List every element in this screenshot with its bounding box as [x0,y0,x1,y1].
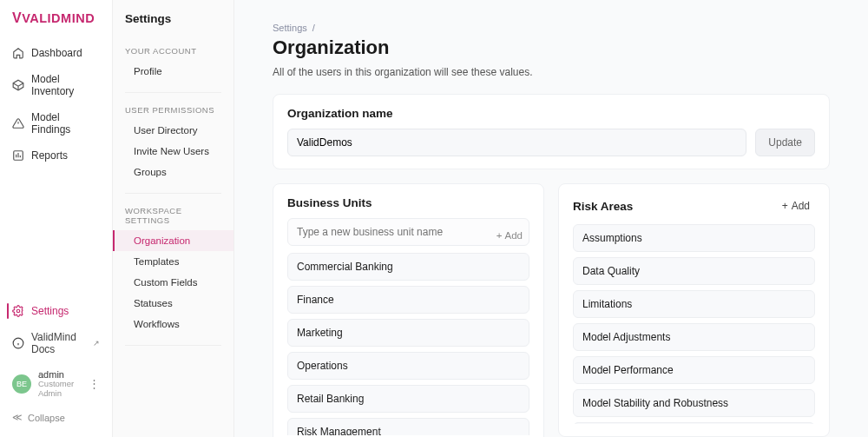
nav-settings-label: Settings [31,305,69,317]
list-item[interactable]: Model Performance [573,356,815,384]
plus-icon: + [496,230,503,241]
chart-icon [12,149,24,162]
settings-nav-item[interactable]: User Directory [113,120,233,141]
org-name-card: Organization name Update [273,94,830,169]
nav-dashboard[interactable]: Dashboard [0,40,112,66]
business-units-card: Business Units + Add Commercial BankingF… [273,183,544,437]
settings-panel-title: Settings [113,12,233,34]
avatar: BE [12,374,31,394]
collapse-sidebar[interactable]: ≪ Collapse [0,405,112,430]
risk-areas-title: Risk Areas [573,200,633,213]
brand-logo: VVALIDMIND [12,10,100,26]
nav-reports-label: Reports [31,149,68,162]
list-item[interactable]: Finance [287,286,529,314]
settings-section-title: YOUR ACCOUNT [113,34,233,61]
collapse-label: Collapse [28,413,65,423]
home-icon [12,47,24,59]
settings-nav-item[interactable]: Organization [113,230,233,251]
list-item[interactable]: Model Adjustments [573,323,815,351]
settings-section-title: USER PERMISSIONS [113,93,233,120]
info-icon [12,337,24,349]
risk-areas-card: Risk Areas + Add AssumptionsData Quality… [558,183,830,437]
more-icon[interactable]: ⋮ [89,377,100,390]
gear-icon [12,305,24,317]
business-units-list: Commercial BankingFinanceMarketingOperat… [287,253,529,435]
chevron-left-icon: ≪ [12,412,23,423]
main-content: Settings / Organization All of the users… [234,0,868,437]
settings-nav-item[interactable]: Invite New Users [113,141,233,162]
plus-icon: + [782,200,788,212]
nav-model-findings-label: Model Findings [31,111,100,136]
primary-sidebar: VVALIDMIND Dashboard Model Inventory Mod… [0,0,113,437]
svg-point-7 [16,309,20,313]
nav-model-findings[interactable]: Model Findings [0,104,112,142]
list-item[interactable]: Marketing [287,319,529,347]
nav-docs-label: ValidMind Docs [31,331,86,355]
list-item[interactable]: Operations [287,352,529,380]
list-item[interactable]: Model Stability and Robustness [573,389,815,417]
business-unit-input[interactable] [287,218,529,246]
list-item[interactable]: Model Transparency and Explainability [573,422,815,424]
logo: VVALIDMIND [0,10,112,36]
settings-section-title: WORKSPACE SETTINGS [113,194,233,230]
update-button[interactable]: Update [755,129,815,156]
alert-icon [12,117,24,129]
org-name-card-title: Organization name [287,107,815,120]
list-item[interactable]: Limitations [573,290,815,318]
risk-areas-list: AssumptionsData QualityLimitationsModel … [573,224,815,424]
page-title: Organization [273,36,830,59]
settings-nav-item[interactable]: Workflows [113,314,233,334]
breadcrumb-root[interactable]: Settings [273,23,307,33]
business-units-title: Business Units [287,196,529,209]
list-item[interactable]: Retail Banking [287,385,529,413]
nav-settings[interactable]: Settings [0,298,112,324]
org-name-input[interactable] [287,129,746,156]
page-description: All of the users in this organization wi… [273,66,830,78]
nav-model-inventory[interactable]: Model Inventory [0,66,112,104]
settings-nav-item[interactable]: Profile [113,61,233,82]
settings-nav-item[interactable]: Custom Fields [113,272,233,293]
user-role: Customer Admin [38,380,82,398]
nav-model-inventory-label: Model Inventory [31,73,100,97]
settings-nav-item[interactable]: Statuses [113,293,233,314]
list-item[interactable]: Commercial Banking [287,253,529,281]
cube-icon [12,79,24,91]
brand-text: VALIDMIND [22,11,95,25]
settings-nav-item[interactable]: Groups [113,162,233,182]
user-meta: admin Customer Admin [38,369,82,398]
list-item[interactable]: Risk Management [287,418,529,435]
user-menu[interactable]: BE admin Customer Admin ⋮ [0,362,112,405]
settings-nav-item[interactable]: Templates [113,251,233,272]
list-item[interactable]: Data Quality [573,257,815,285]
business-unit-add-label: Add [505,230,523,241]
risk-areas-add-label: Add [792,200,810,212]
list-item[interactable]: Assumptions [573,224,815,252]
main-nav: Dashboard Model Inventory Model Findings… [0,36,112,172]
external-link-icon: ↗ [93,339,100,348]
settings-panel: Settings YOUR ACCOUNTProfileUSER PERMISS… [113,0,234,437]
risk-areas-add-button[interactable]: + Add [777,196,815,215]
nav-docs[interactable]: ValidMind Docs ↗ [0,324,112,362]
business-unit-add-inline[interactable]: + Add [496,230,523,241]
breadcrumb: Settings / [273,23,830,33]
divider [125,345,221,346]
nav-reports[interactable]: Reports [0,142,112,169]
nav-dashboard-label: Dashboard [31,47,82,59]
